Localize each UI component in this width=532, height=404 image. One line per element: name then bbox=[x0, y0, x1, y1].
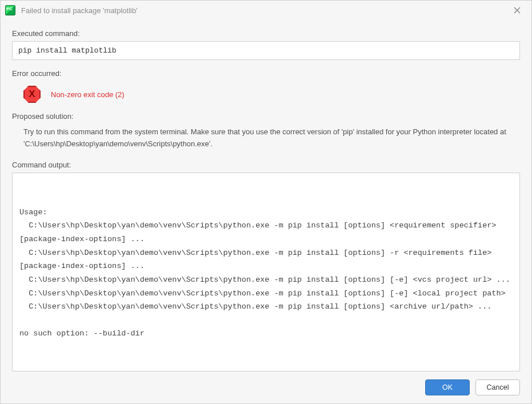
executed-command-box[interactable]: pip install matplotlib bbox=[12, 41, 520, 60]
error-message: Non-zero exit code (2) bbox=[51, 90, 125, 99]
executed-command-label: Executed command: bbox=[12, 29, 520, 38]
button-row: OK Cancel bbox=[12, 378, 520, 395]
close-icon[interactable] bbox=[507, 2, 527, 19]
command-output-label: Command output: bbox=[12, 161, 520, 169]
cancel-button[interactable]: Cancel bbox=[475, 379, 520, 395]
proposed-solution-text: Try to run this command from the system … bbox=[12, 124, 520, 157]
dialog-body: Executed command: pip install matplotlib… bbox=[1, 20, 531, 403]
pycharm-app-icon bbox=[5, 5, 15, 15]
error-icon: X bbox=[23, 86, 41, 103]
error-row: X Non-zero exit code (2) bbox=[12, 81, 520, 109]
proposed-solution-label: Proposed solution: bbox=[12, 112, 520, 121]
dialog-window: Failed to install package 'matplotlib' E… bbox=[0, 0, 532, 404]
ok-button[interactable]: OK bbox=[425, 379, 470, 395]
window-title: Failed to install package 'matplotlib' bbox=[21, 6, 507, 15]
error-occurred-label: Error occurred: bbox=[12, 69, 520, 78]
titlebar: Failed to install package 'matplotlib' bbox=[1, 1, 531, 20]
command-output-box[interactable]: Usage: C:\Users\hp\Desktop\yan\demo\venv… bbox=[12, 173, 520, 371]
